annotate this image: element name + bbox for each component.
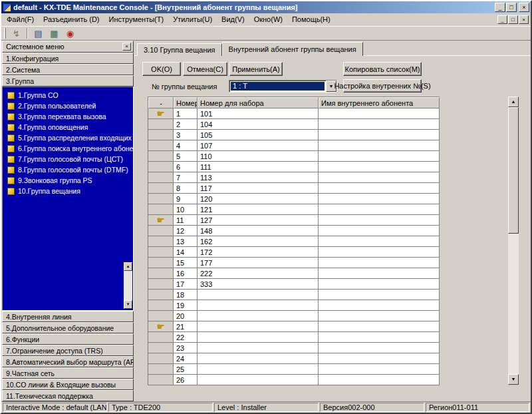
extension-name-cell[interactable]	[319, 300, 440, 311]
dial-number-cell[interactable]: 101	[198, 108, 319, 119]
extension-name-cell[interactable]	[319, 321, 440, 332]
mdi-restore-button[interactable]: □	[508, 15, 518, 24]
sidebar-item[interactable]: 3.Группа	[2, 75, 134, 87]
sidebar-scrollbar[interactable]: ▲ ▼	[124, 262, 132, 309]
sidebar-item[interactable]: 5.Дополнительное оборудование	[2, 322, 134, 333]
sidebar-item[interactable]: 8.Автоматический выбор маршрута (ARS)	[2, 356, 134, 367]
extension-name-cell[interactable]	[319, 215, 440, 226]
sidebar-scroll-up-icon[interactable]: ▲	[124, 262, 132, 271]
extension-name-cell[interactable]	[319, 247, 440, 258]
scrollbar-thumb[interactable]	[508, 107, 519, 234]
menu-item[interactable]: Файл(F)	[2, 13, 39, 26]
dial-number-cell[interactable]	[198, 290, 319, 300]
dial-number-cell[interactable]: 127	[198, 215, 319, 226]
sidebar-item[interactable]: 4.Внутренняя линия	[2, 311, 134, 322]
sidebar-scroll-track[interactable]	[124, 271, 132, 300]
scroll-track[interactable]	[508, 107, 519, 374]
extension-name-cell[interactable]	[319, 343, 440, 353]
tab-1[interactable]: 3.10 Группа вещания	[137, 43, 222, 56]
dial-number-cell[interactable]	[198, 332, 319, 343]
dial-number-cell[interactable]	[198, 343, 319, 353]
scroll-down-icon[interactable]: ▼	[508, 374, 519, 385]
dial-number-cell[interactable]: 110	[198, 151, 319, 162]
menu-item[interactable]: Утилиты(U)	[168, 13, 217, 26]
extension-name-cell[interactable]	[319, 162, 440, 172]
extension-name-cell[interactable]	[319, 236, 440, 247]
extension-name-cell[interactable]	[319, 268, 440, 279]
sidebar-item[interactable]: 6.Функции	[2, 333, 134, 345]
extension-name-cell[interactable]	[319, 258, 440, 268]
sidebar-group-item[interactable]: 8.Группа голосовой почты (DTMF)	[3, 164, 133, 175]
extension-name-cell[interactable]	[319, 140, 440, 151]
close-button[interactable]: ×	[519, 3, 529, 12]
connect-button[interactable]: ↯	[9, 27, 24, 40]
sidebar-group-item[interactable]: 6.Группа поиска внутреннего абонента	[3, 143, 133, 154]
scroll-up-icon[interactable]: ▲	[508, 97, 519, 107]
sidebar-item[interactable]: 9.Частная сеть	[2, 367, 134, 379]
sidebar-group-item[interactable]: 10.Группа вещания	[3, 186, 133, 196]
dial-number-cell[interactable]: 113	[198, 172, 319, 183]
ok-button[interactable]: OK(O)	[142, 62, 181, 76]
batch-mode-button[interactable]: ▤	[31, 27, 46, 40]
menu-item[interactable]: Разъединить (D)	[39, 13, 104, 26]
extension-name-cell[interactable]	[319, 119, 440, 130]
menu-item[interactable]: Вид(V)	[217, 13, 249, 26]
sidebar-item[interactable]: 1.Конфигурация	[2, 53, 134, 64]
sidebar-group-item[interactable]: 4.Группа оповещения	[3, 122, 133, 132]
dial-number-cell[interactable]: 107	[198, 140, 319, 151]
tab-2[interactable]: Внутренний абонент группы вещания	[222, 42, 363, 56]
sidebar-group-item[interactable]: 7.Группа голосовой почты (ЦСТ)	[3, 154, 133, 164]
maximize-button[interactable]: □	[506, 3, 517, 12]
minimize-button[interactable]: _	[495, 3, 505, 12]
extension-name-cell[interactable]	[319, 204, 440, 215]
dial-number-cell[interactable]	[198, 311, 319, 321]
sidebar-group-item[interactable]: 5.Группа распределения входящих вызов	[3, 132, 133, 143]
menu-item[interactable]: Помощь(Н)	[287, 13, 335, 26]
menu-item[interactable]: Окно(W)	[249, 13, 287, 26]
extension-name-cell[interactable]	[319, 290, 440, 300]
dial-number-cell[interactable]: 162	[198, 236, 319, 247]
dial-number-cell[interactable]: 222	[198, 268, 319, 279]
dial-number-cell[interactable]: 148	[198, 226, 319, 236]
dial-number-cell[interactable]: 177	[198, 258, 319, 268]
extension-name-cell[interactable]	[319, 172, 440, 183]
dial-number-cell[interactable]: 104	[198, 119, 319, 130]
extension-name-cell[interactable]	[319, 130, 440, 140]
dial-number-cell[interactable]: 120	[198, 194, 319, 204]
extension-name-cell[interactable]	[319, 279, 440, 290]
extension-name-cell[interactable]	[319, 151, 440, 162]
sidebar-item[interactable]: 7.Ограничение доступа (TRS)	[2, 345, 134, 356]
sidebar-item[interactable]: 11.Техническая поддержка	[2, 390, 134, 401]
extension-setup-button[interactable]: Настройка внутренних №(S)	[343, 79, 422, 93]
mdi-close-button[interactable]: ×	[519, 15, 529, 24]
dial-number-cell[interactable]: 111	[198, 162, 319, 172]
group-number-select[interactable]: 1 : Т ▼	[229, 80, 337, 93]
dial-number-cell[interactable]: 333	[198, 279, 319, 290]
dial-number-cell[interactable]	[198, 375, 319, 385]
sidebar-group-item[interactable]: 2.Группа пользователей	[3, 101, 133, 111]
menu-item[interactable]: Инструменты(Т)	[104, 13, 169, 26]
apply-button[interactable]: Применить(A)	[229, 62, 283, 76]
dial-number-cell[interactable]: 121	[198, 204, 319, 215]
extension-name-cell[interactable]	[319, 311, 440, 321]
sidebar-scroll-down-icon[interactable]: ▼	[124, 300, 132, 309]
copy-list-button[interactable]: Копировать список(M)	[343, 62, 422, 76]
dial-number-cell[interactable]: 172	[198, 247, 319, 258]
dial-number-cell[interactable]: 105	[198, 130, 319, 140]
dial-number-cell[interactable]	[198, 364, 319, 375]
extension-name-cell[interactable]	[319, 332, 440, 343]
mdi-minimize-button[interactable]: _	[497, 15, 507, 24]
dial-number-cell[interactable]	[198, 321, 319, 332]
sidebar-close-button[interactable]: ×	[122, 43, 131, 51]
extension-name-cell[interactable]	[319, 375, 440, 385]
extension-name-cell[interactable]	[319, 226, 440, 236]
sidebar-item[interactable]: 2.Система	[2, 64, 134, 75]
dial-number-cell[interactable]	[198, 353, 319, 364]
extension-name-cell[interactable]	[319, 194, 440, 204]
cancel-button[interactable]: Отмена(C)	[183, 62, 227, 76]
dial-number-cell[interactable]	[198, 300, 319, 311]
sidebar-group-item[interactable]: 3.Группа перехвата вызова	[3, 111, 133, 122]
extension-name-cell[interactable]	[319, 183, 440, 194]
sidebar-group-item[interactable]: 9.Звонковая группа PS	[3, 175, 133, 186]
extension-name-cell[interactable]	[319, 353, 440, 364]
